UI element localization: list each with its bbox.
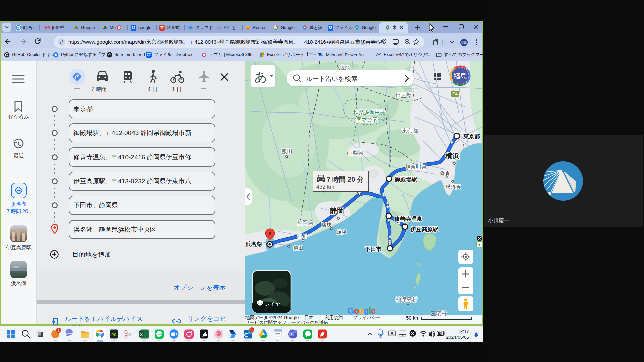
svg-text:静岡県: 静岡県 xyxy=(297,220,313,226)
svg-text:神奈川県: 神奈川県 xyxy=(405,164,427,170)
svg-text:山梨県: 山梨県 xyxy=(347,149,363,156)
svg-text:432 km: 432 km xyxy=(316,184,334,190)
svg-text:12: 12 xyxy=(250,328,254,332)
svg-text:佐久: 佐久 xyxy=(340,65,351,70)
svg-text:プライバシー: プライバシー xyxy=(353,315,381,320)
svg-text:日本: 日本 xyxy=(304,315,313,320)
svg-text:サービスに関するフィードバックを送信: サービスに関するフィードバックを送信 xyxy=(245,320,328,324)
svg-text:T: T xyxy=(290,332,293,336)
svg-text:横浜: 横浜 xyxy=(445,152,460,160)
svg-text:Google: Google xyxy=(347,306,376,315)
svg-text:浜名湖: 浜名湖 xyxy=(245,241,262,247)
svg-text:三宅村: 三宅村 xyxy=(431,311,447,316)
svg-text:掛川: 掛川 xyxy=(297,234,307,239)
svg-text:磐田: 磐田 xyxy=(293,245,303,251)
svg-text:鎌倉: 鎌倉 xyxy=(440,171,450,176)
svg-text:E4: E4 xyxy=(452,92,458,96)
svg-text:X: X xyxy=(140,332,143,337)
svg-text:福島: 福島 xyxy=(461,41,467,44)
svg-text:ルート沿いを検索: ルート沿いを検索 xyxy=(306,75,358,82)
svg-text:静岡: 静岡 xyxy=(330,207,344,215)
svg-text:1: 1 xyxy=(58,329,60,333)
svg-text:7 時間 20 分: 7 時間 20 分 xyxy=(327,176,364,183)
svg-text:e: e xyxy=(478,242,480,246)
svg-text:PC: PC xyxy=(111,333,116,337)
svg-text:下田市: 下田市 xyxy=(365,246,382,252)
svg-text:12:17: 12:17 xyxy=(458,329,469,334)
svg-text:修善寺温泉: 修善寺温泉 xyxy=(394,216,422,222)
svg-text:あ: あ xyxy=(254,70,267,84)
svg-text:藤枝: 藤枝 xyxy=(322,222,331,227)
svg-text:地図データ ©2024 Google: 地図データ ©2024 Google xyxy=(245,315,299,320)
svg-text:利用規約: 利用規約 xyxy=(325,315,343,320)
svg-text:伊豆高原駅: 伊豆高原駅 xyxy=(410,226,438,232)
svg-text:飯田: 飯田 xyxy=(281,148,292,154)
svg-text:レイヤ: レイヤ xyxy=(265,301,280,307)
svg-text:神津島村: 神津島村 xyxy=(396,297,417,302)
svg-text:東京都: 東京都 xyxy=(463,133,480,139)
svg-text:50 km: 50 km xyxy=(406,315,420,321)
svg-text:国立公園: 国立公園 xyxy=(356,117,378,123)
svg-text:御殿場駅: 御殿場駅 xyxy=(394,176,417,182)
svg-text:福島: 福島 xyxy=(453,72,467,80)
svg-text:埼玉県: 埼玉県 xyxy=(395,93,412,98)
svg-text:横須賀: 横須賀 xyxy=(446,184,461,189)
svg-text:秩父多摩甲斐: 秩父多摩甲斐 xyxy=(353,109,385,115)
svg-text:東京都: 東京都 xyxy=(402,128,418,134)
svg-text:2024/05/05: 2024/05/05 xyxy=(446,335,469,340)
svg-text:LINE: LINE xyxy=(157,333,162,336)
svg-text:焼津: 焼津 xyxy=(337,229,346,235)
